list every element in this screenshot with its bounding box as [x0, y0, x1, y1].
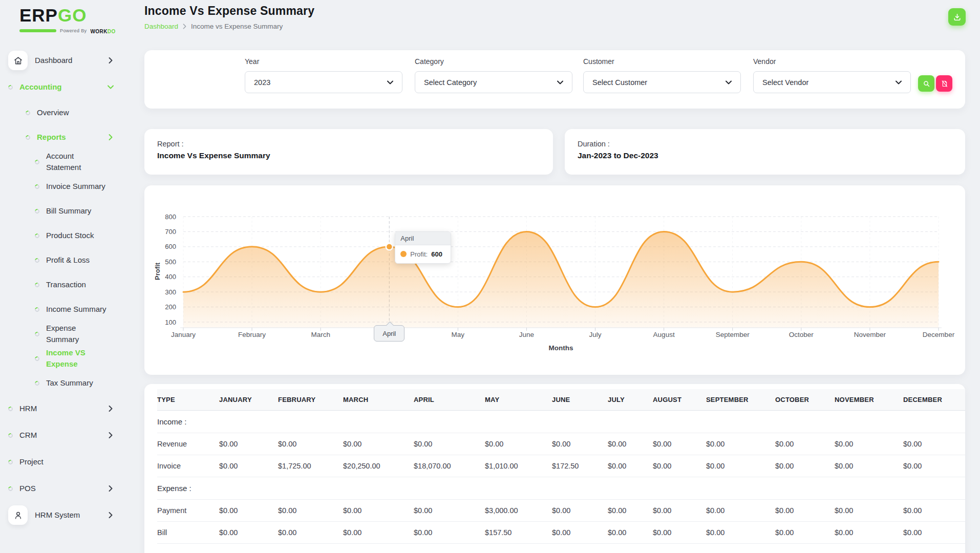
profit-area-chart[interactable]: 800700600500400300200100JanuaryFebruaryM…	[144, 185, 965, 375]
sidebar-item-pos[interactable]: POS	[0, 475, 143, 502]
cell-value: $0.00	[775, 500, 835, 522]
cell-value: $0.00	[775, 455, 835, 477]
sidebar-item-expense-summary[interactable]: ExpenseSummary	[0, 322, 143, 346]
powered-by-text: Powered By	[60, 28, 87, 33]
chevron-down-icon	[108, 85, 114, 89]
bullet-icon	[7, 485, 13, 492]
cell-value: $0.00	[653, 500, 706, 522]
table-row-bill: Bill$0.00$0.00$0.00$0.00$157.50$0.00$0.0…	[157, 522, 965, 544]
filter-card: Year 2023 Category Select Category Custo…	[144, 50, 965, 109]
svg-text:800: 800	[165, 213, 176, 221]
duration-card: Duration : Jan-2023 to Dec-2023	[565, 129, 965, 175]
svg-text:January: January	[171, 331, 196, 338]
section-row-expense: Expense :	[157, 477, 965, 500]
chevron-right-icon	[109, 134, 113, 141]
cell-value: $0.00	[653, 522, 706, 544]
sidebar-item-product-stock[interactable]: Product Stock	[0, 223, 143, 248]
year-select[interactable]: 2023	[245, 71, 402, 93]
svg-text:February: February	[238, 331, 266, 338]
sidebar-item-label: Income Summary	[46, 304, 106, 315]
category-select[interactable]: Select Category	[415, 71, 572, 93]
sidebar-item-transaction[interactable]: Transaction	[0, 272, 143, 297]
report-label: Report :	[157, 140, 540, 148]
svg-text:200: 200	[165, 303, 176, 311]
sidebar-nav: DashboardAccountingOverviewReportsAccoun…	[0, 47, 143, 528]
vendor-label: Vendor	[753, 57, 911, 66]
sidebar-item-label: Tax Summary	[46, 377, 93, 389]
breadcrumb-dashboard-link[interactable]: Dashboard	[144, 23, 178, 30]
chart-tooltip: April Profit: 600	[395, 231, 451, 264]
column-header-may: MAY	[485, 389, 552, 411]
bullet-icon	[34, 208, 40, 214]
sidebar-item-profit-loss[interactable]: Profit & Loss	[0, 248, 143, 272]
sidebar-item-label: CRM	[19, 430, 37, 441]
bullet-icon	[34, 306, 40, 312]
sidebar-item-reports[interactable]: Reports	[0, 125, 143, 150]
category-select-value: Select Category	[424, 78, 477, 87]
sidebar-item-overview[interactable]: Overview	[0, 100, 143, 125]
vendor-select[interactable]: Select Vendor	[753, 71, 911, 93]
sidebar-item-label: HRM System	[35, 509, 80, 521]
table-row-invoice: Invoice$0.00$1,725.00$20,250.00$18,070.0…	[157, 455, 965, 477]
download-button[interactable]	[948, 8, 966, 26]
sidebar-item-label: Income VSExpense	[46, 347, 86, 370]
apply-filter-button[interactable]	[918, 75, 934, 92]
bullet-icon	[34, 282, 40, 288]
sidebar-item-account-statement[interactable]: AccountStatement	[0, 150, 143, 174]
table-row-revenue: Revenue$0.00$0.00$0.00$0.00$0.00$0.00$0.…	[157, 433, 965, 455]
cell-value: $0.00	[653, 455, 706, 477]
cell-value: $0.00	[608, 433, 653, 455]
cell-value: $0.00	[903, 455, 965, 477]
column-header-july: JULY	[608, 389, 653, 411]
sidebar-item-accounting[interactable]: Accounting	[0, 74, 143, 100]
chevron-right-icon	[109, 406, 113, 412]
sidebar-item-dashboard[interactable]: Dashboard	[0, 47, 143, 74]
cell-value: $0.00	[552, 500, 608, 522]
section-label: Expense :	[157, 477, 965, 500]
sidebar-item-tax-summary[interactable]: Tax Summary	[0, 371, 143, 395]
column-header-november: NOVEMBER	[835, 389, 903, 411]
section-row-income: Income :	[157, 411, 965, 433]
sidebar-item-label: Overview	[37, 107, 69, 118]
cell-value: $0.00	[414, 500, 485, 522]
cell-value: $0.00	[608, 500, 653, 522]
cell-value: $1,010.00	[485, 455, 552, 477]
sidebar-item-project[interactable]: Project	[0, 449, 143, 475]
sidebar-item-income-vs-expense[interactable]: Income VSExpense	[0, 346, 143, 371]
customer-select[interactable]: Select Customer	[583, 71, 741, 93]
column-header-february: FEBRUARY	[278, 389, 343, 411]
cell-value: $0.00	[219, 455, 278, 477]
cell-value: $172.50	[552, 455, 608, 477]
bullet-icon	[34, 331, 40, 337]
sidebar-item-bill-summary[interactable]: Bill Summary	[0, 199, 143, 223]
column-header-january: JANUARY	[219, 389, 278, 411]
chart-card: 800700600500400300200100JanuaryFebruaryM…	[144, 185, 965, 375]
file-slash-icon	[941, 80, 948, 88]
sidebar-item-invoice-summary[interactable]: Invoice Summary	[0, 174, 143, 199]
cell-value: $0.00	[835, 500, 903, 522]
cell-value: $0.00	[219, 433, 278, 455]
cell-value: $0.00	[485, 433, 552, 455]
sidebar-item-hrm[interactable]: HRM	[0, 395, 143, 422]
cell-value: $0.00	[552, 522, 608, 544]
cell-value: $0.00	[653, 433, 706, 455]
sidebar-item-crm[interactable]: CRM	[0, 422, 143, 449]
breadcrumb: Dashboard Income vs Expense Summary	[144, 23, 314, 30]
logo-go-text: GO	[58, 5, 87, 25]
svg-text:600: 600	[165, 243, 176, 250]
bullet-icon	[34, 159, 40, 165]
svg-text:December: December	[923, 331, 955, 338]
cell-value: $0.00	[706, 455, 775, 477]
sidebar-item-hrm-system[interactable]: HRM System	[0, 502, 143, 528]
cell-value: $0.00	[219, 500, 278, 522]
cell-value: $0.00	[775, 433, 835, 455]
sidebar: ERPGO Powered By WORKDO DashboardAccount…	[0, 0, 143, 553]
cell-value: $0.00	[706, 522, 775, 544]
sidebar-item-label: HRM	[19, 403, 37, 414]
bullet-icon	[34, 183, 40, 189]
sidebar-item-income-summary[interactable]: Income Summary	[0, 297, 143, 322]
sidebar-item-label: AccountStatement	[46, 151, 81, 173]
svg-text:August: August	[653, 331, 675, 338]
reset-filter-button[interactable]	[936, 75, 952, 92]
cell-value: $0.00	[278, 500, 343, 522]
